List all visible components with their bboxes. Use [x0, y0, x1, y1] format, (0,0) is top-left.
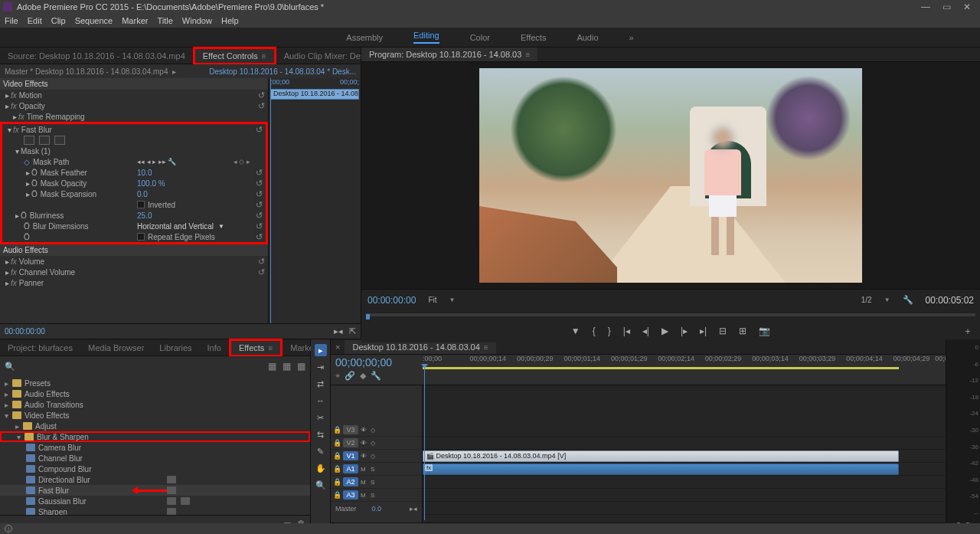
- maximize-button[interactable]: ▭: [942, 2, 951, 12]
- mask-expansion-value[interactable]: 0.0: [137, 190, 148, 198]
- track-a1[interactable]: A1: [343, 464, 358, 473]
- toggle-icon[interactable]: ▸: [3, 102, 11, 110]
- lock-icon[interactable]: 🔒: [333, 426, 341, 434]
- mute-icon[interactable]: M: [361, 492, 368, 499]
- tab-effect-controls[interactable]: Effect Controls ≡: [193, 47, 276, 65]
- filter-32bit-icon[interactable]: ▦: [283, 361, 291, 372]
- toggle-icon[interactable]: ▾: [13, 147, 21, 156]
- ec-blurriness[interactable]: Blurriness: [30, 211, 64, 220]
- eye-icon[interactable]: 👁: [361, 453, 368, 460]
- settings-icon[interactable]: 🔧: [371, 371, 381, 381]
- track-a3[interactable]: A3: [343, 490, 358, 500]
- work-area-bar[interactable]: [423, 367, 899, 369]
- blur-mask-overlay[interactable]: [713, 128, 733, 148]
- reset-icon[interactable]: ↺: [256, 211, 263, 221]
- fit-dropdown-icon[interactable]: ▼: [449, 296, 456, 303]
- ec-blur-dimensions[interactable]: Blur Dimensions: [33, 222, 89, 231]
- lock-icon[interactable]: 🔒: [333, 439, 341, 447]
- ws-effects[interactable]: Effects: [521, 33, 546, 42]
- ripple-tool-icon[interactable]: ⇄: [315, 378, 327, 390]
- effect-controls-list[interactable]: Video Effects ▸fxMotion↺ ▸fxOpacity↺ ▸fx…: [0, 78, 268, 323]
- track-master[interactable]: Master: [335, 505, 357, 513]
- lock-icon[interactable]: 🔒: [333, 465, 341, 473]
- wrench-icon[interactable]: 🔧: [903, 295, 913, 305]
- tab-program[interactable]: Program: Desktop 10.18.2016 - 14.08.03 ≡: [361, 48, 537, 61]
- reset-icon[interactable]: ↺: [256, 179, 263, 188]
- ws-more[interactable]: »: [629, 33, 634, 42]
- reset-icon[interactable]: ↺: [256, 168, 263, 178]
- program-fit[interactable]: Fit: [428, 296, 436, 304]
- toggle-icon[interactable]: ▾: [5, 126, 13, 134]
- ec-playhead[interactable]: [270, 78, 271, 323]
- track-select-tool-icon[interactable]: ⇥: [315, 361, 327, 373]
- tree-audio-effects[interactable]: Audio Effects: [24, 390, 70, 398]
- eye-icon[interactable]: 👁: [361, 440, 368, 447]
- tree-blur-sharpen[interactable]: Blur & Sharpen: [37, 433, 89, 441]
- timeline-playhead[interactable]: [424, 367, 425, 520]
- effects-tree[interactable]: ▸Presets ▸Audio Effects ▸Audio Transitio…: [0, 376, 310, 515]
- ec-mask[interactable]: Mask (1): [21, 147, 51, 156]
- mask-track-transport[interactable]: ◂◂ ◂ ▸ ▸▸ 🔧: [137, 158, 176, 165]
- info-icon[interactable]: i: [5, 525, 12, 532]
- menu-sequence[interactable]: Sequence: [75, 16, 113, 25]
- ec-mask-expansion[interactable]: Mask Expansion: [41, 190, 96, 198]
- mask-opacity-value[interactable]: 100.0 %: [137, 179, 165, 188]
- program-tc-left[interactable]: 00:00:00:00: [368, 295, 416, 306]
- tab-project[interactable]: Project: blurfaces: [0, 341, 80, 355]
- ec-time-remap[interactable]: Time Remapping: [27, 113, 85, 121]
- keyframe-nav[interactable]: ◂ ◇ ▸: [234, 158, 250, 165]
- step-forward-icon[interactable]: |▸: [681, 326, 688, 336]
- timeline-ruler-area[interactable]: :00;00 00;00;00;14 00;00;00;29 00;00;01;…: [423, 355, 946, 385]
- menu-help[interactable]: Help: [221, 16, 239, 25]
- ec-mask-feather[interactable]: Mask Feather: [41, 169, 87, 177]
- reset-icon[interactable]: ↺: [256, 189, 263, 199]
- toggle-icon[interactable]: ▸: [3, 91, 11, 100]
- menu-clip[interactable]: Clip: [51, 16, 66, 25]
- ec-mini-timeline[interactable]: :00;00 00;00; Desktop 10.18.2016 - 14.08…: [268, 78, 361, 323]
- tree-presets[interactable]: Presets: [24, 379, 51, 388]
- mask-feather-value[interactable]: 10.0: [137, 169, 152, 177]
- ec-fast-blur[interactable]: Fast Blur: [21, 126, 52, 134]
- hand-tool-icon[interactable]: ✋: [315, 462, 327, 474]
- audio-clip[interactable]: fx: [423, 464, 899, 475]
- reset-icon[interactable]: ↺: [258, 90, 265, 100]
- track-v2[interactable]: V2: [343, 438, 358, 447]
- rate-stretch-tool-icon[interactable]: ↔: [315, 395, 327, 407]
- ec-channel-volume[interactable]: Channel Volume: [19, 268, 75, 277]
- solo-icon[interactable]: S: [371, 492, 378, 499]
- menu-title[interactable]: Title: [157, 16, 172, 25]
- mute-icon[interactable]: M: [361, 479, 368, 486]
- toggle-icon[interactable]: ▸: [11, 113, 18, 121]
- menu-edit[interactable]: Edit: [28, 16, 42, 25]
- loop-icon[interactable]: ▸◂: [334, 326, 343, 336]
- tab-libraries[interactable]: Libraries: [152, 341, 199, 355]
- timeline-timecode[interactable]: 00;00;00;00: [335, 356, 418, 369]
- track-a2[interactable]: A2: [343, 477, 358, 486]
- zoom-dropdown-icon[interactable]: ▼: [884, 296, 890, 303]
- program-scrubber[interactable]: [361, 310, 980, 319]
- selection-tool-icon[interactable]: ▸: [315, 344, 327, 356]
- ec-clip-chip[interactable]: Desktop 10.18.2016 - 14.08.0: [270, 89, 359, 100]
- filter-accelerated-icon[interactable]: ▦: [268, 361, 276, 372]
- marker-icon[interactable]: ◆: [360, 371, 366, 381]
- filter-yuv-icon[interactable]: ▦: [297, 361, 305, 372]
- mark-out-icon[interactable]: }: [608, 326, 611, 336]
- minimize-button[interactable]: —: [921, 2, 930, 12]
- repeat-edge-checkbox[interactable]: [137, 233, 145, 241]
- go-to-out-icon[interactable]: ▸|: [700, 326, 707, 336]
- tree-fast-blur[interactable]: Fast Blur: [38, 486, 69, 495]
- reset-icon[interactable]: ↺: [256, 221, 263, 231]
- eye-icon[interactable]: 👁: [361, 427, 368, 434]
- tab-menu-icon[interactable]: ≡: [262, 52, 266, 61]
- ec-mask-path[interactable]: Mask Path: [33, 158, 69, 166]
- ec-mask-opacity[interactable]: Mask Opacity: [41, 179, 87, 188]
- reset-icon[interactable]: ↺: [258, 101, 265, 111]
- tree-sharpen[interactable]: Sharpen: [38, 508, 67, 516]
- ec-panner[interactable]: Panner: [19, 279, 44, 287]
- lock-icon[interactable]: 🔒: [333, 452, 341, 460]
- tab-info[interactable]: Info: [200, 341, 229, 355]
- reset-icon[interactable]: ↺: [258, 257, 265, 267]
- zoom-tool-icon[interactable]: 🔍: [315, 479, 327, 491]
- ec-volume[interactable]: Volume: [19, 257, 44, 266]
- export-frame-icon[interactable]: 📷: [759, 326, 770, 336]
